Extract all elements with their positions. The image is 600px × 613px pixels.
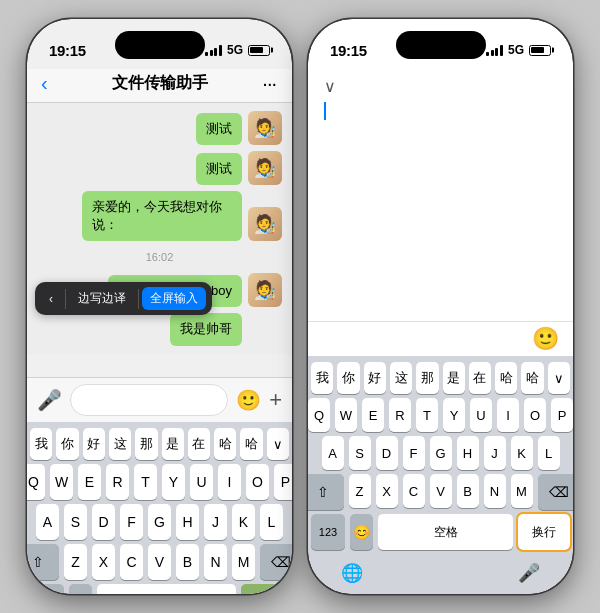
cn-key-是[interactable]: 是	[162, 428, 184, 460]
key2-s[interactable]: S	[349, 436, 371, 470]
cn-key-哈1[interactable]: 哈	[214, 428, 236, 460]
key-y[interactable]: Y	[162, 464, 185, 500]
tooltip-sidebyside[interactable]: 边写边译	[70, 287, 134, 310]
key2-o[interactable]: O	[524, 398, 546, 432]
key2-j[interactable]: J	[484, 436, 506, 470]
key2-a[interactable]: A	[322, 436, 344, 470]
key2-f[interactable]: F	[403, 436, 425, 470]
bubble-1[interactable]: 测试	[196, 113, 242, 145]
key2-w[interactable]: W	[335, 398, 357, 432]
key-u[interactable]: U	[190, 464, 213, 500]
cn-key-好[interactable]: 好	[83, 428, 105, 460]
key2-delete[interactable]: ⌫	[538, 474, 574, 510]
key-f[interactable]: F	[120, 504, 143, 540]
plus-button[interactable]: +	[269, 387, 282, 413]
key2-g[interactable]: G	[430, 436, 452, 470]
key-o[interactable]: O	[246, 464, 269, 500]
key-g[interactable]: G	[148, 504, 171, 540]
key2-r[interactable]: R	[389, 398, 411, 432]
key-k[interactable]: K	[232, 504, 255, 540]
key-w[interactable]: W	[50, 464, 73, 500]
bubble-6[interactable]: 我是帅哥	[170, 313, 242, 345]
nav-more-button[interactable]: ···	[262, 72, 276, 95]
key-e[interactable]: E	[78, 464, 101, 500]
key2-y[interactable]: Y	[443, 398, 465, 432]
nav-back-button[interactable]: ‹	[41, 72, 48, 95]
key-p[interactable]: P	[274, 464, 292, 500]
cn2-key-这[interactable]: 这	[390, 362, 412, 394]
key-send[interactable]: 发送	[241, 584, 289, 594]
key-space[interactable]: 空格	[97, 584, 236, 594]
bubble-3[interactable]: 亲爱的，今天我想对你说：	[82, 191, 242, 241]
key-d[interactable]: D	[92, 504, 115, 540]
cn-key-expand[interactable]: ∨	[267, 428, 289, 460]
key2-123[interactable]: 123	[311, 514, 345, 550]
cn-key-哈2[interactable]: 哈	[240, 428, 262, 460]
key2-c[interactable]: C	[403, 474, 425, 508]
key2-h[interactable]: H	[457, 436, 479, 470]
key-s[interactable]: S	[64, 504, 87, 540]
key2-e[interactable]: E	[362, 398, 384, 432]
key2-space[interactable]: 空格	[378, 514, 513, 550]
cn2-key-哈1[interactable]: 哈	[495, 362, 517, 394]
key2-l[interactable]: L	[538, 436, 560, 470]
bubble-2[interactable]: 测试	[196, 153, 242, 185]
cn2-key-是[interactable]: 是	[443, 362, 465, 394]
cn-key-你[interactable]: 你	[56, 428, 78, 460]
key-delete[interactable]: ⌫	[260, 544, 292, 580]
cn-key-这[interactable]: 这	[109, 428, 131, 460]
cn2-key-你[interactable]: 你	[337, 362, 359, 394]
emoji-button[interactable]: 🙂	[236, 388, 261, 412]
key-l[interactable]: L	[260, 504, 283, 540]
key-m[interactable]: M	[232, 544, 255, 580]
cn2-key-我[interactable]: 我	[311, 362, 333, 394]
globe-icon-2[interactable]: 🌐	[341, 562, 363, 584]
cn2-key-哈2[interactable]: 哈	[521, 362, 543, 394]
key-n[interactable]: N	[204, 544, 227, 580]
key-i[interactable]: I	[218, 464, 241, 500]
key2-z[interactable]: Z	[349, 474, 371, 508]
key2-k[interactable]: K	[511, 436, 533, 470]
key-c[interactable]: C	[120, 544, 143, 580]
fullscreen-chevron[interactable]: ∨	[324, 77, 557, 96]
tooltip-fullscreen[interactable]: 全屏输入	[142, 287, 206, 310]
key-shift[interactable]: ⇧	[27, 544, 59, 580]
key2-m[interactable]: M	[511, 474, 533, 508]
key2-huanhang[interactable]: 换行	[518, 514, 570, 550]
emoji-icon-2[interactable]: 🙂	[532, 326, 559, 352]
fullscreen-input-area[interactable]: ∨	[308, 69, 573, 321]
translate-tooltip[interactable]: ‹ 边写边译 全屏输入	[35, 282, 212, 315]
key2-q[interactable]: Q	[308, 398, 330, 432]
key-emoji-1[interactable]: 😊	[69, 584, 92, 594]
key2-x[interactable]: X	[376, 474, 398, 508]
key-h[interactable]: H	[176, 504, 199, 540]
key2-i[interactable]: I	[497, 398, 519, 432]
key-z[interactable]: Z	[64, 544, 87, 580]
key2-b[interactable]: B	[457, 474, 479, 508]
key-b[interactable]: B	[176, 544, 199, 580]
key2-p[interactable]: P	[551, 398, 573, 432]
key-t[interactable]: T	[134, 464, 157, 500]
chat-scroll[interactable]: 🧑‍🎨 测试 🧑‍🎨 测试 🧑‍🎨 亲爱的，	[27, 103, 292, 377]
key2-v[interactable]: V	[430, 474, 452, 508]
tooltip-chevron[interactable]: ‹	[41, 289, 61, 309]
key-q[interactable]: Q	[27, 464, 45, 500]
cn-key-在[interactable]: 在	[188, 428, 210, 460]
key2-t[interactable]: T	[416, 398, 438, 432]
key-a[interactable]: A	[36, 504, 59, 540]
key2-d[interactable]: D	[376, 436, 398, 470]
key2-n[interactable]: N	[484, 474, 506, 508]
key2-emoji[interactable]: 😊	[350, 514, 373, 550]
voice-button[interactable]: 🎤	[37, 388, 62, 412]
cn2-key-好[interactable]: 好	[364, 362, 386, 394]
key-v[interactable]: V	[148, 544, 171, 580]
cn2-key-expand[interactable]: ∨	[548, 362, 570, 394]
key-x[interactable]: X	[92, 544, 115, 580]
key-123[interactable]: 123	[30, 584, 64, 594]
mic-icon-2[interactable]: 🎤	[518, 562, 540, 584]
key2-shift[interactable]: ⇧	[308, 474, 344, 510]
cn-key-那[interactable]: 那	[135, 428, 157, 460]
key-r[interactable]: R	[106, 464, 129, 500]
cn-key-我[interactable]: 我	[30, 428, 52, 460]
cn2-key-那[interactable]: 那	[416, 362, 438, 394]
